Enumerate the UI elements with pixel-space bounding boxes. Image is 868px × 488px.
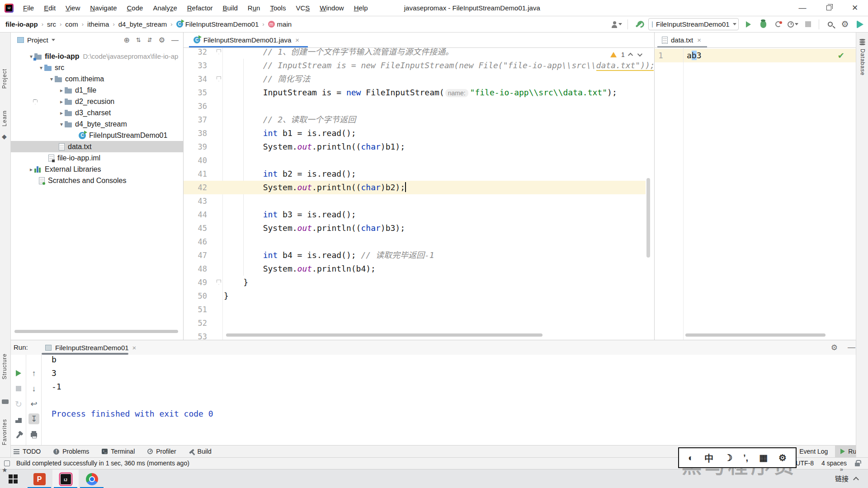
- project-scrollbar[interactable]: [14, 330, 178, 333]
- fold-marker-icon[interactable]: [217, 76, 221, 81]
- chevron-right-icon[interactable]: ▸: [28, 166, 34, 173]
- project-tool-button[interactable]: Project: [1, 69, 8, 89]
- tree-item-file-io-app[interactable]: ▾file-io-appD:\code\javasepromax\file-io…: [11, 51, 183, 62]
- close-icon[interactable]: ×: [132, 344, 137, 352]
- breadcrumb-item[interactable]: com: [65, 20, 78, 28]
- tool-window-todo[interactable]: TODO: [14, 448, 41, 455]
- close-icon[interactable]: ×: [295, 36, 299, 44]
- tree-item-src[interactable]: ▾src: [11, 62, 183, 73]
- taskbar-links-label[interactable]: 链接: [835, 474, 849, 483]
- database-tool-button[interactable]: Database: [859, 49, 866, 75]
- taskbar-more[interactable]: »: [840, 466, 843, 473]
- menu-window[interactable]: Window: [315, 0, 349, 16]
- chevron-down-icon[interactable]: ▾: [48, 76, 55, 82]
- ime-fullwidth-icon[interactable]: ☽: [724, 452, 732, 463]
- locate-file-icon[interactable]: ⊕: [123, 36, 129, 44]
- fold-marker-icon[interactable]: [217, 280, 221, 285]
- inspection-widget[interactable]: 1: [608, 50, 644, 59]
- print-icon[interactable]: [26, 429, 42, 441]
- plugin-icon[interactable]: [854, 19, 865, 30]
- breadcrumb-item[interactable]: src: [47, 20, 56, 28]
- tree-item-fileinputstreamdemo01[interactable]: CFileInputStreamDemo01: [11, 130, 183, 141]
- tool-window-switcher-icon[interactable]: [4, 460, 10, 466]
- breadcrumb-item[interactable]: d4_byte_stream: [118, 20, 167, 28]
- preview-horizontal-scrollbar[interactable]: [685, 333, 826, 337]
- menu-analyze[interactable]: Analyze: [148, 0, 182, 16]
- menu-navigate[interactable]: Navigate: [85, 0, 122, 16]
- tree-item-file-io-app-iml[interactable]: file-io-app.iml: [11, 152, 183, 164]
- run-button[interactable]: [743, 19, 754, 30]
- settings-gear-icon[interactable]: ⚙: [840, 19, 850, 30]
- next-warning-icon[interactable]: [637, 52, 642, 56]
- soft-wrap-icon[interactable]: ↩: [26, 398, 42, 410]
- code-editor[interactable]: 32 // 1、创建一个文件字节输入流管道与源文件接通。33 // InputS…: [184, 48, 654, 340]
- taskbar-chevron-up-icon[interactable]: [853, 477, 859, 483]
- run-configuration-select[interactable]: FileInputStreamDemo01: [648, 18, 739, 30]
- menu-code[interactable]: Code: [122, 0, 148, 16]
- menu-file[interactable]: File: [18, 0, 39, 16]
- project-view-label[interactable]: Project: [27, 36, 48, 44]
- collapse-all-icon[interactable]: ⇵: [147, 37, 152, 43]
- tree-item-scratches-and-consoles[interactable]: Scratches and Consoles: [11, 175, 183, 186]
- ime-language-icon[interactable]: 中: [704, 451, 713, 465]
- taskbar-chrome[interactable]: [79, 469, 105, 488]
- chevron-down-icon[interactable]: ▾: [58, 121, 65, 127]
- expand-all-icon[interactable]: ⇅: [136, 37, 141, 43]
- chevron-down-icon[interactable]: ▾: [38, 65, 44, 71]
- fold-marker-icon[interactable]: [217, 49, 221, 54]
- minimize-button[interactable]: —: [789, 0, 816, 16]
- tree-item-d1-file[interactable]: ▸d1_file: [11, 84, 183, 96]
- menu-refactor[interactable]: Refactor: [182, 0, 218, 16]
- favorites-tool-button[interactable]: Favorites: [1, 419, 8, 445]
- stop-button[interactable]: [802, 19, 813, 30]
- tree-item-data-txt[interactable]: data.txt: [11, 141, 183, 152]
- restart-button[interactable]: ↻: [11, 398, 26, 410]
- tree-item-com-itheima[interactable]: ▾com.itheima: [11, 73, 183, 84]
- ime-settings-gear-icon[interactable]: ⚙: [778, 452, 787, 463]
- breadcrumb-item[interactable]: file-io-app: [5, 20, 38, 28]
- up-stack-trace-icon[interactable]: ↑: [26, 367, 42, 379]
- chevron-right-icon[interactable]: ▸: [58, 110, 65, 116]
- learn-tool-button[interactable]: Learn: [1, 110, 8, 127]
- menu-tools[interactable]: Tools: [265, 0, 291, 16]
- maximize-button[interactable]: [816, 0, 842, 16]
- ime-toolbar[interactable]: ◐ 中 ☽ ’, ▦ ⚙: [678, 447, 797, 468]
- tree-item-d4-byte-stream[interactable]: ▾d4_byte_stream: [11, 118, 183, 130]
- menu-edit[interactable]: Edit: [39, 0, 61, 16]
- menu-run[interactable]: Run: [243, 0, 265, 16]
- coverage-button[interactable]: [773, 19, 783, 30]
- ime-keyboard-icon[interactable]: ▦: [759, 452, 768, 463]
- stop-button[interactable]: [11, 383, 26, 394]
- breadcrumb-item[interactable]: main: [277, 20, 292, 28]
- preview-pane[interactable]: data.txt × 1 ab3 ✔: [654, 33, 856, 340]
- panel-settings-gear-icon[interactable]: ⚙: [159, 36, 165, 44]
- hide-run-panel-icon[interactable]: —: [848, 343, 855, 352]
- menu-vcs[interactable]: VCS: [291, 0, 315, 16]
- user-profile-icon[interactable]: [611, 19, 622, 30]
- lock-icon[interactable]: [855, 463, 860, 466]
- editor-horizontal-scrollbar[interactable]: [226, 333, 542, 337]
- build-project-icon[interactable]: [633, 19, 644, 30]
- search-everywhere-icon[interactable]: [825, 19, 835, 30]
- tool-window-problems[interactable]: !Problems: [53, 448, 89, 455]
- tab-fileinputstreamdemo01[interactable]: C FileInputStreamDemo01.java ×: [189, 33, 304, 47]
- prev-warning-icon[interactable]: [628, 53, 633, 58]
- tool-window-profiler[interactable]: Profiler: [147, 448, 176, 455]
- tree-item-external-libraries[interactable]: ▸External Libraries: [11, 164, 183, 175]
- editor-pane[interactable]: C FileInputStreamDemo01.java × 32 // 1、创…: [184, 33, 654, 340]
- menu-help[interactable]: Help: [349, 0, 373, 16]
- menu-view[interactable]: View: [61, 0, 85, 16]
- rerun-button[interactable]: [11, 367, 26, 379]
- tool-window-terminal[interactable]: ›_Terminal: [102, 448, 135, 455]
- file-encoding[interactable]: UTF-8: [796, 458, 814, 469]
- console-output[interactable]: b3-1Process finished with exit code 0: [42, 355, 868, 446]
- debug-button[interactable]: [758, 19, 769, 30]
- layout-button[interactable]: [11, 414, 26, 426]
- profiler-button[interactable]: [788, 19, 798, 30]
- taskbar-intellij[interactable]: IJ: [52, 469, 79, 488]
- pin-button[interactable]: [11, 430, 26, 441]
- taskbar-powerpoint[interactable]: P: [26, 469, 52, 488]
- ime-state-icon[interactable]: ◐: [688, 453, 693, 463]
- tool-window-build[interactable]: Build: [189, 448, 212, 455]
- editor-vertical-scrollbar[interactable]: [646, 178, 650, 258]
